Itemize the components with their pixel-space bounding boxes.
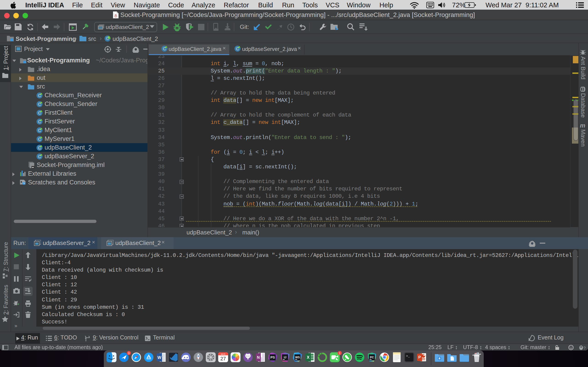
svg-text:C: C (38, 110, 41, 115)
svg-text:X: X (307, 355, 310, 360)
svg-text:C: C (38, 154, 41, 159)
svg-text:IJ: IJ (284, 356, 286, 359)
svg-text:W: W (157, 355, 162, 360)
svg-text:P: P (418, 355, 421, 359)
svg-text:C: C (106, 36, 109, 41)
svg-text:C: C (38, 119, 41, 124)
svg-text:C: C (163, 46, 166, 51)
svg-text:C: C (236, 46, 239, 51)
svg-text:C: C (38, 102, 41, 106)
svg-text:C: C (38, 136, 41, 141)
svg-text:>_: >_ (406, 354, 410, 358)
svg-text:PS: PS (271, 356, 275, 359)
svg-text:C: C (38, 128, 41, 133)
svg-text:MAR: MAR (221, 353, 225, 355)
svg-text:C: C (38, 93, 41, 98)
svg-text:?: ? (583, 346, 586, 350)
svg-text:27: 27 (221, 356, 226, 361)
svg-text:C: C (38, 145, 41, 150)
svg-text:PC: PC (370, 356, 374, 359)
svg-text:WS: WS (295, 356, 300, 359)
svg-text:N: N (257, 355, 260, 360)
